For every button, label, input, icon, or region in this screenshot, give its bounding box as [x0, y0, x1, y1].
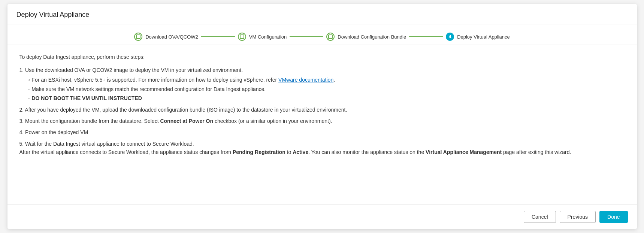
stepper: Download OVA/QCOW2 VM Configuration	[134, 33, 510, 41]
vmware-documentation-link[interactable]: VMware documentation	[278, 77, 333, 83]
step-3: Download Configuration Bundle	[326, 33, 406, 41]
instruction-1: Use the downloaded OVA or QCOW2 image to…	[19, 66, 625, 103]
svg-rect-2	[329, 35, 332, 39]
sub-item-1-2: Make sure the VM network settings match …	[28, 85, 625, 93]
previous-button[interactable]: Previous	[560, 211, 596, 223]
step-4-label: Deploy Virtual Appliance	[457, 34, 510, 40]
step-1-label: Download OVA/QCOW2	[145, 34, 198, 40]
step-3-label: Download Configuration Bundle	[338, 34, 406, 40]
step-1-icon	[134, 33, 142, 41]
connector-1	[201, 36, 235, 37]
sub-item-1-3: DO NOT BOOT THE VM UNTIL INSTRUCTED	[28, 94, 625, 102]
cancel-button[interactable]: Cancel	[524, 211, 556, 223]
connector-3	[409, 36, 443, 37]
step-1: Download OVA/QCOW2	[134, 33, 198, 41]
step-2-label: VM Configuration	[249, 34, 287, 40]
done-button[interactable]: Done	[599, 211, 628, 223]
instruction-5: Wait for the Data Ingest virtual applian…	[19, 140, 625, 157]
sub-item-1-1: For an ESXi host, vSphere 5.5+ is suppor…	[28, 76, 625, 84]
modal-header: Deploy Virtual Appliance	[7, 4, 637, 24]
stepper-area: Download OVA/QCOW2 VM Configuration	[7, 24, 637, 45]
intro-text: To deploy Data Ingest appliance, perform…	[19, 54, 625, 60]
svg-rect-0	[136, 35, 140, 39]
instruction-4: Power on the deployed VM	[19, 128, 625, 136]
connector-2	[290, 36, 323, 37]
sub-list-1: For an ESXi host, vSphere 5.5+ is suppor…	[19, 76, 625, 102]
step-4-icon: 4	[446, 33, 454, 41]
instruction-2: After you have deployed the VM, upload t…	[19, 106, 625, 114]
instructions-list: Use the downloaded OVA or QCOW2 image to…	[19, 66, 625, 157]
step-2: VM Configuration	[238, 33, 287, 41]
modal-footer: Cancel Previous Done	[7, 205, 637, 229]
instruction-3: Mount the configuration bundle from the …	[19, 117, 625, 125]
modal-title: Deploy Virtual Appliance	[16, 11, 90, 18]
svg-rect-1	[240, 35, 244, 39]
step-4: 4 Deploy Virtual Appliance	[446, 33, 510, 41]
step-2-icon	[238, 33, 246, 41]
deploy-virtual-appliance-modal: Deploy Virtual Appliance Download OVA/QC…	[7, 4, 637, 229]
modal-body: To deploy Data Ingest appliance, perform…	[7, 45, 637, 205]
step-3-icon	[326, 33, 335, 41]
